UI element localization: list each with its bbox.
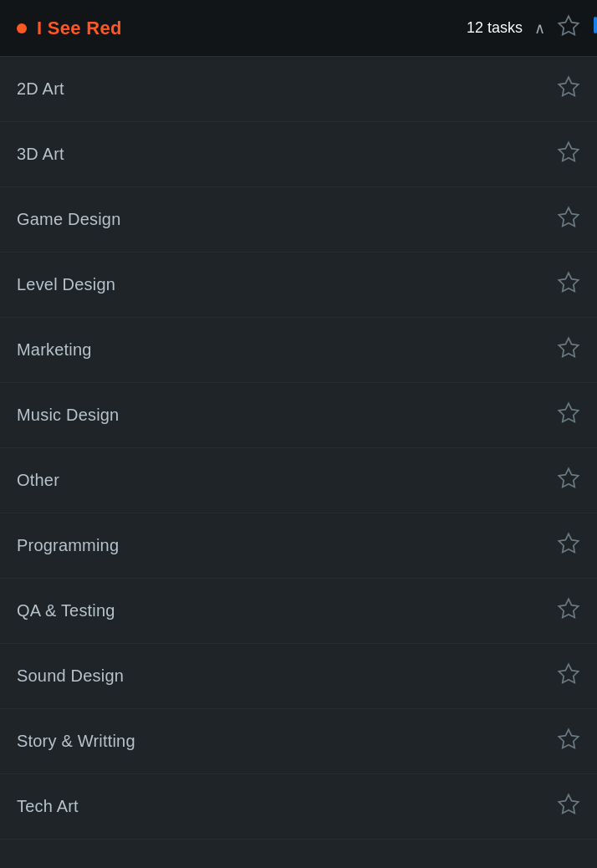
star-button-programming[interactable]: [557, 532, 580, 560]
svg-marker-1: [559, 77, 578, 95]
header-left: I See Red: [17, 18, 122, 39]
header-right: 12 tasks ∧: [467, 14, 580, 43]
item-label-game-design: Game Design: [17, 210, 120, 229]
svg-marker-0: [559, 16, 578, 34]
list-item-3d-art[interactable]: 3D Art: [0, 122, 597, 187]
list-item-music-design[interactable]: Music Design: [0, 383, 597, 448]
star-button-3d-art[interactable]: [557, 140, 580, 169]
star-button-game-design[interactable]: [557, 206, 580, 234]
star-button-story-writting[interactable]: [557, 728, 580, 756]
item-label-sound-design: Sound Design: [17, 666, 124, 686]
svg-marker-10: [559, 664, 578, 682]
svg-marker-11: [559, 729, 578, 748]
star-button-qa-testing[interactable]: [557, 597, 580, 625]
item-label-music-design: Music Design: [17, 406, 119, 425]
svg-marker-2: [559, 142, 578, 161]
item-label-2d-art: 2D Art: [17, 79, 64, 99]
item-label-other: Other: [17, 471, 59, 490]
list-item-level-design[interactable]: Level Design: [0, 253, 597, 318]
page-title: I See Red: [37, 18, 122, 39]
list-item-game-design[interactable]: Game Design: [0, 187, 597, 253]
item-label-tech-art: Tech Art: [17, 797, 79, 816]
tasks-count: 12 tasks: [467, 19, 523, 37]
svg-marker-3: [559, 207, 578, 226]
list-item-qa-testing[interactable]: QA & Testing: [0, 579, 597, 644]
svg-marker-8: [559, 534, 578, 552]
scrollbar-thumb: [594, 17, 597, 33]
item-label-qa-testing: QA & Testing: [17, 601, 115, 620]
list-item-other[interactable]: Other: [0, 448, 597, 513]
star-button-marketing[interactable]: [557, 336, 580, 365]
list-item-programming[interactable]: Programming: [0, 513, 597, 579]
favorite-button[interactable]: [557, 14, 580, 43]
svg-marker-5: [559, 338, 578, 356]
list-item-tech-art[interactable]: Tech Art: [0, 774, 597, 840]
item-label-story-writting: Story & Writting: [17, 732, 135, 751]
status-dot: [17, 23, 27, 33]
star-button-music-design[interactable]: [557, 401, 580, 430]
star-button-tech-art[interactable]: [557, 793, 580, 821]
svg-marker-12: [559, 794, 578, 813]
list-item-story-writting[interactable]: Story & Writting: [0, 709, 597, 774]
category-list: 2D Art3D ArtGame DesignLevel DesignMarke…: [0, 57, 597, 840]
svg-marker-4: [559, 273, 578, 291]
list-item-marketing[interactable]: Marketing: [0, 318, 597, 383]
item-label-3d-art: 3D Art: [17, 145, 64, 164]
list-item-2d-art[interactable]: 2D Art: [0, 57, 597, 122]
star-button-level-design[interactable]: [557, 271, 580, 299]
svg-marker-7: [559, 468, 578, 487]
header: I See Red 12 tasks ∧: [0, 0, 597, 57]
star-button-sound-design[interactable]: [557, 662, 580, 691]
collapse-button[interactable]: ∧: [534, 19, 545, 38]
item-label-programming: Programming: [17, 536, 119, 555]
app-container: I See Red 12 tasks ∧ 2D Art3D ArtGame De…: [0, 0, 597, 840]
svg-marker-6: [559, 403, 578, 421]
svg-marker-9: [559, 599, 578, 617]
star-button-2d-art[interactable]: [557, 75, 580, 104]
item-label-level-design: Level Design: [17, 275, 115, 294]
list-item-sound-design[interactable]: Sound Design: [0, 644, 597, 709]
item-label-marketing: Marketing: [17, 340, 92, 360]
star-button-other[interactable]: [557, 467, 580, 495]
